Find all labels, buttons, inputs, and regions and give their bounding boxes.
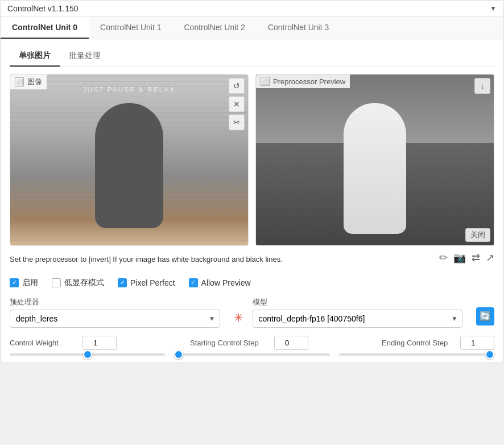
bottom-sliders-section: Control Weight Starting Control Step End… xyxy=(10,336,494,356)
sub-tabs: 单张图片 批量处理 xyxy=(10,46,494,67)
swap-toolbar-icon[interactable]: ⇄ xyxy=(472,252,480,264)
low-vram-checkbox[interactable] xyxy=(52,278,61,287)
model-group: 模型 control_depth-fp16 [400750f6] ▼ xyxy=(253,297,463,328)
preview-image-icon: ⬜ xyxy=(261,77,270,86)
starting-step-group: Starting Control Step xyxy=(190,339,270,347)
preview-image-header: ⬜ Preprocessor Preview xyxy=(256,75,350,88)
ending-step-group: Ending Control Step xyxy=(382,339,456,347)
tab-unit2[interactable]: ControlNet Unit 2 xyxy=(173,17,257,39)
enable-checkbox-item[interactable]: 启用 xyxy=(10,278,38,288)
preview-image xyxy=(256,75,494,245)
allow-preview-checkbox[interactable] xyxy=(189,278,198,287)
collapse-icon[interactable]: ▼ xyxy=(490,5,497,13)
pixel-perfect-checkbox[interactable] xyxy=(118,278,127,287)
camera-toolbar-icon[interactable]: 📷 xyxy=(453,252,466,264)
enable-checkbox[interactable] xyxy=(10,278,19,287)
enable-label: 启用 xyxy=(22,278,38,288)
starting-step-label: Starting Control Step xyxy=(190,339,270,347)
close-button-wrap[interactable]: 关闭 xyxy=(465,228,490,242)
source-image-panel[interactable]: ⬜ 图像 JUST PAUSE & RELAX 开发运营 ↺ ✕ ✂ xyxy=(10,74,249,246)
title-bar: ControlNet v1.1.150 ▼ xyxy=(1,1,503,17)
ending-step-slider[interactable] xyxy=(339,353,494,356)
source-image-actions: ↺ ✕ ✂ xyxy=(229,78,245,130)
sliders-labels-inputs-row: Control Weight Starting Control Step End… xyxy=(10,336,494,350)
star-icon-wrap: ✳ xyxy=(229,311,243,328)
info-text: Set the preprocessor to [invert] If your… xyxy=(10,254,494,265)
preview-image-top-actions: ↓ xyxy=(474,78,490,94)
image-icon: ⬜ xyxy=(15,77,24,86)
allow-preview-checkbox-item[interactable]: Allow Preview xyxy=(189,278,251,287)
star-burst-icon[interactable]: ✳ xyxy=(234,311,243,324)
tab-unit1[interactable]: ControlNet Unit 1 xyxy=(89,17,172,39)
source-image: JUST PAUSE & RELAX 开发运营 xyxy=(10,75,248,245)
ending-step-input[interactable] xyxy=(460,336,494,350)
close-button[interactable]: 关闭 xyxy=(465,228,490,242)
model-select[interactable]: control_depth-fp16 [400750f6] xyxy=(253,310,463,328)
refresh-icon-wrap: 🔄 xyxy=(472,307,494,328)
allow-preview-label: Allow Preview xyxy=(201,278,251,287)
edit-toolbar-icon[interactable]: ✏ xyxy=(439,252,448,264)
pixel-perfect-checkbox-item[interactable]: Pixel Perfect xyxy=(118,278,175,287)
source-image-label: 图像 xyxy=(27,77,42,87)
options-row: 启用 低显存模式 Pixel Perfect Allow Preview xyxy=(10,278,494,288)
preprocessor-select[interactable]: depth_leres xyxy=(10,310,220,328)
starting-step-input[interactable] xyxy=(274,336,308,350)
sliders-track-row xyxy=(10,353,494,356)
download-button[interactable]: ↓ xyxy=(474,78,490,94)
app-title: ControlNet v1.1.150 xyxy=(7,4,79,13)
control-weight-input[interactable] xyxy=(82,336,117,350)
starting-step-slider[interactable] xyxy=(174,353,329,356)
main-tabs: ControlNet Unit 0 ControlNet Unit 1 Cont… xyxy=(1,17,503,39)
ending-step-label: Ending Control Step xyxy=(382,339,456,347)
control-weight-slider[interactable] xyxy=(10,353,165,356)
expand-toolbar-icon[interactable]: ↗ xyxy=(486,252,494,264)
tab-unit3[interactable]: ControlNet Unit 3 xyxy=(257,17,340,39)
control-weight-label: Control Weight xyxy=(10,339,78,347)
edit-button[interactable]: ✂ xyxy=(229,114,245,130)
preprocessor-model-row: 预处理器 depth_leres ▼ ✳ 模型 control_depth-fp… xyxy=(10,297,494,328)
controlnet-container: ControlNet v1.1.150 ▼ ControlNet Unit 0 … xyxy=(0,0,504,363)
toolbar-icons: ✏ 📷 ⇄ ↗ xyxy=(439,252,494,264)
source-image-person xyxy=(95,103,163,228)
sub-tab-batch[interactable]: 批量处理 xyxy=(60,46,110,67)
image-row: ⬜ 图像 JUST PAUSE & RELAX 开发运营 ↺ ✕ ✂ ⬜ xyxy=(10,74,494,246)
sub-tab-single[interactable]: 单张图片 xyxy=(10,46,60,67)
tab-unit0[interactable]: ControlNet Unit 0 xyxy=(1,17,89,39)
preprocessor-label: 预处理器 xyxy=(10,297,220,307)
source-image-header: ⬜ 图像 xyxy=(10,75,47,89)
undo-button[interactable]: ↺ xyxy=(229,78,245,94)
model-label: 模型 xyxy=(253,297,463,307)
low-vram-checkbox-item[interactable]: 低显存模式 xyxy=(52,278,104,288)
preview-image-label: Preprocessor Preview xyxy=(273,77,345,86)
depth-person xyxy=(344,103,406,234)
model-select-wrap[interactable]: control_depth-fp16 [400750f6] ▼ xyxy=(253,310,463,328)
low-vram-label: 低显存模式 xyxy=(64,278,104,288)
preview-image-panel[interactable]: ⬜ Preprocessor Preview ↓ 关闭 xyxy=(255,74,494,246)
remove-button[interactable]: ✕ xyxy=(229,96,245,112)
preprocessor-group: 预处理器 depth_leres ▼ xyxy=(10,297,220,328)
control-weight-group: Control Weight xyxy=(10,339,78,347)
inner-content: 单张图片 批量处理 ⬜ 图像 JUST PAUSE & RELAX 开发运营 ↺… xyxy=(1,39,503,362)
info-toolbar-row: ✏ 📷 ⇄ ↗ Set the preprocessor to [invert]… xyxy=(10,254,494,272)
preprocessor-select-wrap[interactable]: depth_leres ▼ xyxy=(10,310,220,328)
pixel-perfect-label: Pixel Perfect xyxy=(130,278,175,287)
refresh-model-button[interactable]: 🔄 xyxy=(476,307,494,325)
